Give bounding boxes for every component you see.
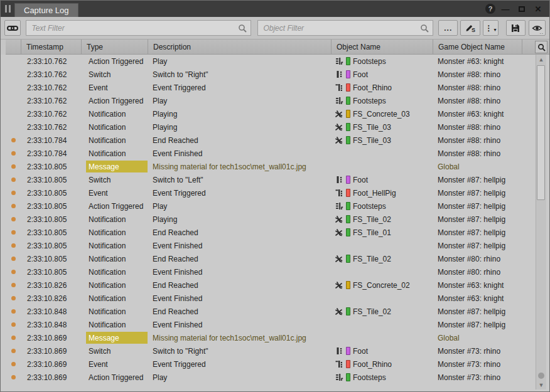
new-entry-dot-icon [11, 177, 16, 182]
visibility-button[interactable]: .. [529, 20, 546, 36]
object-name-label: Footsteps [353, 373, 386, 382]
column-header-type[interactable]: Type [81, 40, 148, 54]
new-entry-dot-icon [11, 257, 16, 261]
column-header-game-object-name[interactable]: Game Object Name [433, 40, 522, 54]
log-row[interactable]: 2:33:10.805Action TriggeredPlayFootsteps… [6, 199, 549, 213]
log-row[interactable]: 2:33:10.805EventEvent TriggeredFoot_Hell… [6, 186, 549, 199]
log-row[interactable]: 2:33:10.826NotificationEnd ReachedFS_Con… [6, 278, 549, 292]
object-filter-input[interactable] [258, 21, 433, 35]
column-header-timestamp[interactable]: Timestamp [21, 40, 81, 54]
event-icon [335, 189, 343, 198]
timestamp-cell: 2:33:10.869 [21, 334, 81, 342]
log-row[interactable]: 2:33:10.762NotificationPlayingFS_Tile_03… [6, 120, 549, 134]
description-cell: Event Triggered [148, 360, 331, 369]
log-row[interactable]: 2:33:10.805SwitchSwitch to "Left"FootMon… [6, 173, 549, 186]
log-row[interactable]: 2:33:10.762Action TriggeredPlayFootsteps… [6, 94, 549, 107]
close-button[interactable]: ✕ [532, 3, 544, 15]
new-entry-dot-icon [11, 138, 16, 142]
new-entry-dot-icon [11, 204, 16, 208]
log-row[interactable]: 2:33:10.805NotificationEvent FinishedMon… [6, 239, 549, 252]
timestamp-cell: 2:33:10.784 [21, 149, 81, 158]
capture-log-filter-button[interactable]: ... [438, 20, 458, 36]
type-label: Notification [86, 226, 128, 238]
log-row[interactable]: 2:33:10.784NotificationEnd ReachedFS_Til… [6, 134, 549, 147]
description-cell: Event Finished [148, 320, 331, 329]
log-row[interactable]: 2:33:10.869SwitchSwitch to "Right"FootMo… [6, 344, 549, 358]
scrollbar-track[interactable] [536, 64, 546, 373]
timestamp-cell: 2:33:10.826 [21, 294, 81, 303]
type-cell: Message [81, 331, 148, 344]
scrollbar-thumb[interactable] [537, 65, 545, 200]
log-row[interactable]: 2:33:10.762NotificationPlayingFS_Concret… [6, 107, 549, 120]
switch-group-icon [335, 70, 343, 79]
game-object-name-cell: Monster #87: hellpig [433, 320, 522, 329]
column-header-row: Timestamp Type Description Object Name G… [6, 40, 549, 55]
log-row[interactable]: 2:33:10.848NotificationEvent FinishedMon… [6, 318, 549, 331]
game-object-name-cell: Monster #80: rhino [433, 255, 522, 263]
log-row[interactable]: 2:33:10.762SwitchSwitch to "Right"FootMo… [6, 68, 549, 81]
game-object-name-cell: Monster #87: hellpig [433, 307, 522, 316]
svg-text:S: S [472, 27, 475, 33]
maximize-button[interactable] [515, 3, 528, 15]
toolbar: ... S ⋮ ▾ .. [1, 17, 549, 40]
log-row[interactable]: 2:33:10.805NotificationEnd ReachedFS_Til… [6, 226, 549, 239]
object-name-label: Foot [353, 176, 368, 184]
scroll-up-icon[interactable]: ▲ [537, 55, 546, 64]
log-list: 2:33:10.762Action TriggeredPlayFootsteps… [1, 55, 549, 391]
log-row[interactable]: 2:33:10.826NotificationEvent FinishedMon… [6, 292, 549, 305]
autoscroll-indicator-icon[interactable] [538, 373, 544, 379]
object-name-cell: FS_Tile_03 [331, 136, 433, 145]
row-marker-cell [6, 296, 21, 300]
new-entry-dot-icon [11, 296, 16, 300]
log-row[interactable]: 2:33:10.805NotificationEvent FinishedMon… [6, 265, 549, 278]
event-icon [335, 83, 343, 92]
log-row[interactable]: 2:33:10.784NotificationEvent FinishedMon… [6, 147, 549, 160]
log-row[interactable]: 2:33:10.805NotificationPlayingFS_Tile_02… [6, 213, 549, 226]
options-menu-button[interactable]: ⋮ ▾ [483, 20, 499, 36]
log-row[interactable]: 2:33:10.869Action TriggeredPlayFootsteps… [6, 371, 549, 384]
object-color-swatch [346, 307, 350, 315]
save-capture-button[interactable] [506, 20, 525, 36]
row-marker-cell [6, 177, 21, 182]
object-name-cell: FS_Concrete_03 [331, 110, 433, 119]
column-header-object-name[interactable]: Object Name [331, 40, 433, 54]
scroll-down-icon[interactable]: ▼ [537, 380, 546, 389]
header-search-button[interactable] [535, 41, 547, 53]
description-cell: Play [148, 373, 331, 382]
vertical-scrollbar[interactable]: ▲ ▼ [536, 55, 546, 389]
object-name-label: FS_Tile_01 [353, 228, 391, 237]
object-name-cell: Foot [331, 347, 433, 356]
link-button[interactable] [4, 20, 21, 36]
object-name-label: FS_Concrete_02 [353, 281, 410, 290]
log-row[interactable]: 2:33:10.848NotificationEnd ReachedFS_Til… [6, 305, 549, 318]
object-color-swatch [346, 123, 350, 131]
log-row[interactable]: 2:33:10.805MessageMissing material for t… [6, 160, 549, 173]
text-filter-input[interactable] [26, 21, 251, 35]
object-name-cell: Footsteps [331, 97, 433, 105]
minimize-button[interactable]: — [499, 3, 512, 15]
switch-group-icon [335, 347, 343, 356]
object-name-label: Foot [353, 70, 368, 79]
row-marker-cell [6, 257, 21, 261]
help-icon[interactable]: ? [485, 4, 495, 14]
row-marker-cell [6, 336, 21, 340]
log-row[interactable]: 2:33:10.762Action TriggeredPlayFootsteps… [6, 55, 549, 68]
dock-grip-icon[interactable] [1, 1, 14, 17]
timestamp-cell: 2:33:10.762 [21, 110, 81, 119]
new-entry-dot-icon [11, 309, 16, 314]
type-cell: Switch [81, 68, 148, 81]
description-cell: Switch to "Right" [148, 347, 331, 356]
tab-capture-log[interactable]: Capture Log [14, 3, 78, 17]
log-row[interactable]: 2:33:10.869EventEvent TriggeredFoot_Rhin… [6, 358, 549, 371]
log-row[interactable]: 2:33:10.869MessageMissing material for t… [6, 331, 549, 344]
log-row[interactable]: 2:33:10.762EventEvent TriggeredFoot_Rhin… [6, 81, 549, 94]
row-marker-cell [6, 349, 21, 353]
description-cell: Playing [148, 110, 331, 119]
column-header-description[interactable]: Description [148, 40, 331, 54]
log-row[interactable]: 2:33:10.805NotificationEnd ReachedFS_Til… [6, 252, 549, 265]
new-entry-dot-icon [11, 362, 16, 366]
edit-filter-button[interactable]: S [460, 20, 480, 36]
type-cell: Notification [81, 213, 148, 226]
row-marker-cell [6, 151, 21, 156]
column-header-marker[interactable] [6, 40, 21, 54]
